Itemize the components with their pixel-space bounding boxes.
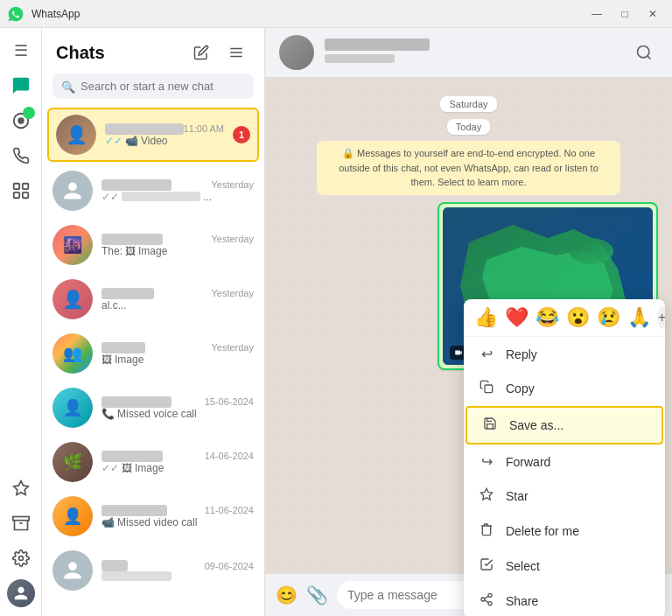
- rail-communities-icon[interactable]: [5, 175, 37, 206]
- context-menu-reply[interactable]: ↩ Reply: [464, 337, 665, 371]
- chat-name: [102, 179, 172, 191]
- unread-badge: 1: [233, 126, 250, 144]
- rail-status-icon[interactable]: [5, 105, 37, 136]
- maximize-button[interactable]: □: [612, 4, 637, 24]
- emoji-more-button[interactable]: +: [658, 306, 665, 329]
- chat-time: Yesterday: [211, 179, 254, 190]
- app-title: WhatsApp: [32, 8, 80, 20]
- star-icon: [478, 487, 495, 505]
- context-menu-star[interactable]: Star: [464, 479, 665, 514]
- avatar: 👥: [52, 333, 93, 374]
- chat-item[interactable]: 👤 11-06-2024 📹 Missed video call: [42, 489, 264, 543]
- chat-main: Saturday Today 🔒 Messages to yourself ar…: [265, 28, 672, 616]
- select-icon: [478, 557, 495, 575]
- avatar: 👤: [52, 496, 93, 536]
- svg-line-23: [485, 596, 489, 598]
- chat-preview: [102, 571, 254, 581]
- chat-name: [102, 560, 128, 571]
- svg-point-1: [18, 118, 24, 123]
- chat-name: [102, 288, 154, 299]
- filter-button[interactable]: [222, 38, 250, 66]
- chat-item[interactable]: 👤 Yesterday al.c...: [42, 272, 264, 326]
- chat-name: [105, 123, 184, 135]
- copy-label: Copy: [506, 382, 535, 396]
- context-menu-select[interactable]: Select: [464, 549, 665, 584]
- svg-rect-5: [22, 192, 27, 198]
- chat-name: [102, 342, 145, 354]
- forward-icon: ↪: [478, 453, 495, 470]
- svg-marker-6: [13, 481, 28, 495]
- sidebar-title: Chats: [56, 43, 105, 63]
- rail-archived-icon[interactable]: [5, 508, 37, 539]
- emoji-laugh[interactable]: 😂: [536, 306, 559, 329]
- context-menu-overlay[interactable]: 👍 ❤️ 😂 😮 😢 🙏 + ↩ Reply C: [265, 28, 672, 616]
- emoji-wow[interactable]: 😮: [566, 306, 590, 329]
- context-menu-copy[interactable]: Copy: [464, 371, 665, 406]
- chat-item[interactable]: 👤 15-06-2024 📞 Missed voice call: [42, 381, 264, 435]
- status-badge: [23, 107, 35, 119]
- chat-time: Yesterday: [211, 234, 254, 244]
- avatar: 🌆: [52, 225, 93, 265]
- rail-menu-icon[interactable]: ☰: [5, 35, 37, 66]
- whatsapp-logo: [7, 5, 24, 23]
- image-icon: 🖼: [122, 462, 132, 474]
- context-menu-save-as[interactable]: Save as...: [466, 406, 663, 444]
- context-menu-delete[interactable]: Delete for me: [464, 514, 665, 549]
- minimize-button[interactable]: —: [584, 4, 609, 24]
- star-label: Star: [506, 489, 528, 503]
- save-as-label: Save as...: [509, 418, 564, 432]
- svg-point-19: [488, 593, 492, 597]
- rail-starred-icon[interactable]: [5, 472, 37, 504]
- forward-label: Forward: [506, 455, 550, 469]
- chat-item[interactable]: Yesterday ✓✓ ...: [42, 164, 264, 218]
- new-chat-button[interactable]: [187, 38, 215, 66]
- check-marks: ✓✓: [105, 135, 122, 147]
- rail-chat-icon[interactable]: [5, 70, 37, 102]
- emoji-pray[interactable]: 🙏: [627, 306, 651, 329]
- chat-item[interactable]: 🌿 14-06-2024 ✓✓ 🖼 Image: [42, 435, 264, 489]
- chat-item[interactable]: 👥 Yesterday 🖼 Image: [42, 326, 264, 381]
- emoji-heart[interactable]: ❤️: [505, 306, 528, 329]
- chat-time: Yesterday: [211, 342, 254, 353]
- chat-item[interactable]: 🌆 Yesterday The: 🖼 Image: [42, 218, 264, 272]
- delete-icon: [478, 522, 495, 540]
- share-label: Share: [506, 594, 538, 608]
- context-menu: 👍 ❤️ 😂 😮 😢 🙏 + ↩ Reply C: [464, 299, 665, 616]
- search-icon: 🔍: [61, 80, 75, 93]
- video-icon: 📹: [125, 135, 138, 147]
- reply-icon: ↩: [478, 346, 495, 362]
- search-input[interactable]: [52, 74, 254, 99]
- check-marks: ✓✓: [102, 462, 119, 474]
- title-bar-left: WhatsApp: [7, 5, 80, 23]
- chat-preview: The: 🖼 Image: [102, 245, 254, 257]
- chat-preview: ✓✓ ...: [102, 191, 254, 203]
- avatar: 👤: [52, 388, 93, 428]
- svg-point-21: [488, 602, 492, 606]
- chat-preview: 📹 Missed video call: [102, 516, 254, 528]
- missed-video-icon: 📹: [102, 516, 115, 528]
- context-menu-share[interactable]: Share: [464, 584, 665, 616]
- emoji-thumbsup[interactable]: 👍: [474, 306, 498, 329]
- rail-phone-icon[interactable]: [5, 140, 37, 172]
- title-bar: WhatsApp — □ ✕: [0, 0, 672, 28]
- avatar: 👤: [56, 115, 96, 155]
- rail-profile-avatar[interactable]: [5, 578, 37, 609]
- chat-name: [102, 396, 172, 408]
- chat-item[interactable]: 👤 11:00 AM ✓✓ 📹 Video 1: [47, 108, 259, 162]
- chat-name: [102, 505, 167, 516]
- check-marks: ✓✓: [102, 191, 119, 203]
- select-label: Select: [506, 559, 540, 573]
- svg-line-22: [485, 600, 489, 603]
- avatar: 🌿: [52, 442, 93, 482]
- chat-time: 11:00 AM: [184, 123, 224, 134]
- save-as-icon: [481, 416, 499, 434]
- context-menu-forward[interactable]: ↪ Forward: [464, 444, 665, 479]
- chat-name: [102, 234, 163, 245]
- chat-time: 15-06-2024: [205, 396, 254, 407]
- search-bar: 🔍: [52, 74, 254, 99]
- rail-settings-icon[interactable]: [5, 542, 37, 574]
- chat-item[interactable]: 09-06-2024: [42, 543, 264, 598]
- close-button[interactable]: ✕: [640, 4, 665, 24]
- sidebar-header-icons: [187, 38, 250, 66]
- emoji-sad[interactable]: 😢: [597, 306, 620, 329]
